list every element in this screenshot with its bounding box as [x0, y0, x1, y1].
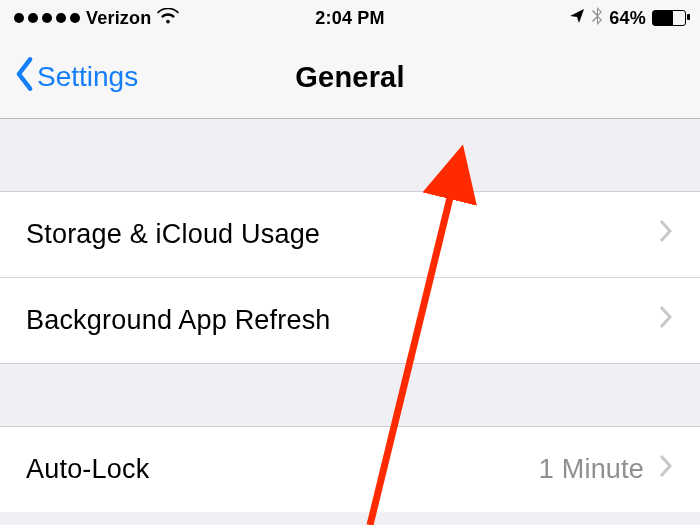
- chevron-left-icon: [14, 56, 35, 99]
- bluetooth-icon: [591, 7, 603, 30]
- group-gap: [0, 364, 700, 426]
- nav-bar: Settings General: [0, 36, 700, 119]
- settings-group-storage: Storage & iCloud Usage Background App Re…: [0, 191, 700, 364]
- status-left: Verizon: [14, 8, 179, 29]
- cell-label: Storage & iCloud Usage: [26, 219, 320, 250]
- group-gap: [0, 119, 700, 191]
- battery-icon: [652, 10, 686, 26]
- signal-strength-icon: [14, 13, 80, 23]
- cell-auto-lock[interactable]: Auto-Lock 1 Minute: [0, 427, 700, 512]
- back-label: Settings: [37, 61, 138, 93]
- cell-label: Auto-Lock: [26, 454, 149, 485]
- chevron-right-icon: [658, 304, 674, 337]
- status-right: 64%: [569, 7, 686, 30]
- chevron-right-icon: [658, 218, 674, 251]
- cell-label: Background App Refresh: [26, 305, 331, 336]
- status-bar: Verizon 2:04 PM 64%: [0, 0, 700, 36]
- cell-value: 1 Minute: [539, 454, 644, 485]
- cell-background-app-refresh[interactable]: Background App Refresh: [0, 277, 700, 363]
- wifi-icon: [157, 8, 179, 29]
- settings-group-autolock: Auto-Lock 1 Minute: [0, 426, 700, 512]
- location-icon: [569, 8, 585, 29]
- back-button[interactable]: Settings: [14, 56, 138, 99]
- battery-percent: 64%: [609, 8, 646, 29]
- chevron-right-icon: [658, 453, 674, 486]
- cell-storage-icloud-usage[interactable]: Storage & iCloud Usage: [0, 192, 700, 277]
- carrier-label: Verizon: [86, 8, 151, 29]
